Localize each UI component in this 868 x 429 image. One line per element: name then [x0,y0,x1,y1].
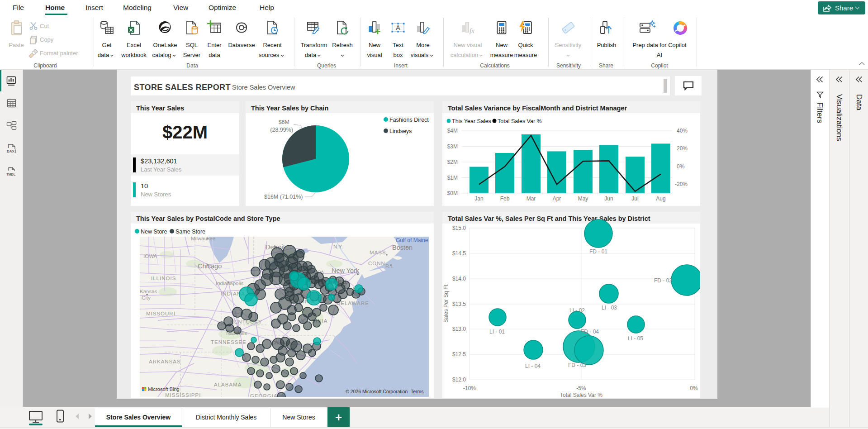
svg-text:$1M: $1M [447,175,458,181]
svg-text:MISSOURI: MISSOURI [146,311,175,316]
svg-text:Total Sales Var %: Total Sales Var % [560,392,602,398]
svg-text:-5%: -5% [576,385,586,391]
svg-text:City: City [142,295,151,300]
svg-text:Milwaukee: Milwaukee [191,237,215,241]
svg-text:Kansas: Kansas [140,289,157,294]
svg-text:$14.5: $14.5 [452,250,466,257]
svg-text:TMDL: TMDL [7,173,16,176]
svg-text:Boston: Boston [392,244,413,251]
svg-text:FD - 01: FD - 01 [589,248,607,255]
svg-text:DELAWARE: DELAWARE [337,300,369,306]
svg-text:FD - 04: FD - 04 [581,329,599,335]
svg-text:20%: 20% [677,145,688,152]
svg-text:(28.99%): (28.99%) [270,127,293,133]
svg-text:Mar: Mar [526,195,536,202]
svg-text:Terms: Terms [411,389,424,394]
svg-text:-20%: -20% [675,181,688,187]
svg-text:May: May [578,195,588,202]
svg-text:Same Store: Same Store [175,229,205,235]
svg-text:LI - 02: LI - 02 [569,307,585,314]
svg-text:Apr: Apr [553,195,561,202]
svg-text:LI - 04: LI - 04 [525,363,541,369]
svg-text:GEORGIA: GEORGIA [250,393,278,397]
svg-text:$12.5: $12.5 [452,351,466,358]
svg-text:Jul: Jul [631,195,638,202]
svg-text:ALABAMA: ALABAMA [214,382,242,387]
svg-text:ARKANSAS: ARKANSAS [149,359,181,364]
svg-text:IOWA: IOWA [143,253,157,259]
svg-text:$15.0: $15.0 [452,225,466,231]
svg-text:$13.5: $13.5 [452,301,466,307]
svg-text:ILLINOIS: ILLINOIS [151,276,176,281]
svg-text:40%: 40% [677,128,688,134]
svg-text:This Year Sales: This Year Sales [452,118,491,124]
svg-text:0%: 0% [690,385,698,391]
svg-text:$13.0: $13.0 [452,326,466,332]
svg-text:FD - 02: FD - 02 [654,277,672,284]
svg-text:DAX: DAX [7,149,15,153]
svg-text:© 2026 Microsoft Corporation: © 2026 Microsoft Corporation [346,389,408,394]
svg-text:MISSISSIPPI: MISSISSIPPI [165,392,201,397]
svg-text:MASS: MASS [370,250,386,255]
svg-text:New York: New York [332,267,360,274]
svg-text:Feb: Feb [500,195,510,202]
svg-text:CONN.: CONN. [368,261,387,266]
svg-text:Sales Per Sq Ft: Sales Per Sq Ft [443,284,449,323]
svg-text:TENNESSEE: TENNESSEE [211,339,247,345]
svg-text:R.I.: R.I. [385,263,394,269]
svg-text:$16M (71.01%): $16M (71.01%) [264,194,303,200]
svg-text:LI - 03: LI - 03 [602,305,617,311]
svg-text:Total Sales Var %: Total Sales Var % [498,118,542,124]
svg-text:Jan: Jan [474,195,483,202]
svg-text:Gulf of Maine: Gulf of Maine [396,237,428,243]
svg-text:FD - 03: FD - 03 [568,362,586,368]
svg-text:N.Y.: N.Y. [333,244,343,249]
svg-text:Aug: Aug [656,195,665,202]
svg-text:Indianapolis: Indianapolis [216,281,244,286]
svg-text:$4M: $4M [447,128,458,134]
svg-text:New Store: New Store [141,229,167,235]
svg-text:Jun: Jun [604,195,613,202]
svg-text:A: A [396,24,400,31]
svg-text:Lindseys: Lindseys [389,128,412,134]
svg-text:$0M: $0M [447,190,458,196]
svg-text:Microsoft Bing: Microsoft Bing [148,386,180,392]
svg-text:fx: fx [470,27,474,34]
svg-text:$14.0: $14.0 [452,276,466,282]
svg-text:$6M: $6M [279,119,289,125]
svg-text:Fashions Direct: Fashions Direct [389,117,429,123]
svg-text:$3M: $3M [447,143,458,150]
svg-text:LI - 01: LI - 01 [489,329,505,335]
svg-text:Chicago: Chicago [198,262,222,270]
svg-text:$2M: $2M [447,159,458,165]
svg-text:LI - 05: LI - 05 [628,335,643,342]
svg-text:-10%: -10% [463,385,476,391]
svg-text:0%: 0% [677,163,685,170]
svg-text:$12.0: $12.0 [452,377,466,383]
